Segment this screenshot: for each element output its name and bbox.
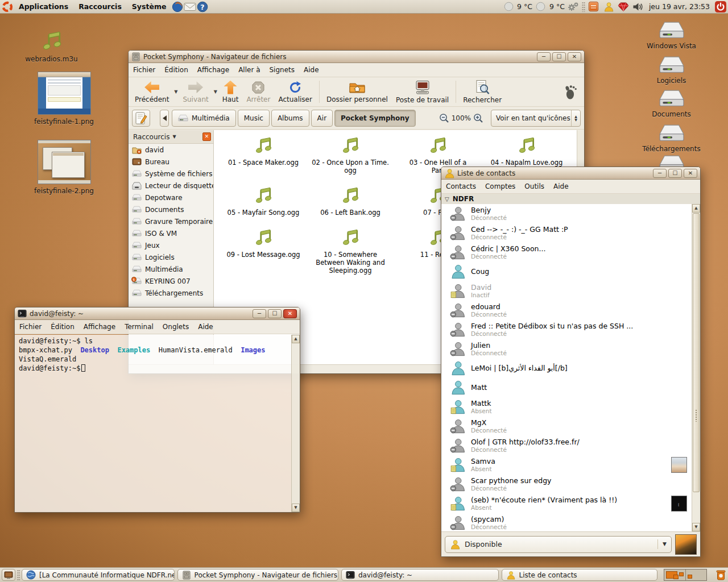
menu-contacts[interactable]: Contacts xyxy=(441,180,481,193)
menu-dition[interactable]: Édition xyxy=(46,320,79,334)
task-button-1[interactable]: [La Communauté Informatique NDFR.net... xyxy=(22,569,175,581)
maximize-button[interactable]: ☐ xyxy=(668,169,682,178)
firefox-icon[interactable] xyxy=(171,1,184,13)
menu-onglets[interactable]: Onglets xyxy=(158,320,193,334)
contact-row[interactable]: SamvaAbsent xyxy=(441,455,692,475)
contact-list-titlebar[interactable]: Liste de contacts ─ ☐ ✕ xyxy=(441,167,700,180)
workspace-1[interactable] xyxy=(664,569,686,580)
contact-row[interactable]: Olof | GTR http://olof33.free.fr/Déconne… xyxy=(441,436,692,455)
home-folder-button[interactable]: Dossier personnel xyxy=(322,78,392,105)
menu-terminal[interactable]: Terminal xyxy=(120,320,158,334)
contact-row[interactable]: LeMoi | [b]أبو الفداء الأثري[/b] xyxy=(441,359,692,378)
refresh-button[interactable]: Actualiser xyxy=(274,78,316,105)
workspace-switcher[interactable] xyxy=(664,569,707,581)
minimize-button[interactable]: ─ xyxy=(653,169,667,178)
volume-icon[interactable] xyxy=(632,1,644,13)
maximize-button[interactable]: ☐ xyxy=(268,309,282,318)
status-selector[interactable]: Disponible ▼ xyxy=(445,536,672,553)
workspace-2[interactable] xyxy=(686,569,707,580)
scroll-down-icon[interactable]: ▼ xyxy=(292,504,300,512)
menu-comptes[interactable]: Comptes xyxy=(481,180,520,193)
file-item[interactable]: 10 - Somewhere Between Waking and Sleepi… xyxy=(308,227,393,275)
maximize-button[interactable]: ☐ xyxy=(552,52,566,61)
weather-moon-icon-2[interactable] xyxy=(535,1,547,13)
edit-location-button[interactable] xyxy=(132,110,150,127)
menu-systeme[interactable]: Système xyxy=(127,1,172,12)
sidebar-item-depotware[interactable]: Depotware xyxy=(129,192,213,203)
contact-row[interactable]: BenjyDéconnecté xyxy=(441,204,692,223)
menu-raccourcis[interactable]: Raccourcis xyxy=(73,1,127,12)
menu-aller[interactable]: Aller à xyxy=(234,63,264,77)
sidebar-item-keyring-007[interactable]: kKEYRING 007 xyxy=(129,275,213,287)
contact-row[interactable]: Cédric | X360 Soon...Déconnecté xyxy=(441,243,692,262)
menu-fichier[interactable]: Fichier xyxy=(15,320,46,334)
sidebar-item-gravure-temporaire[interactable]: Gravure Temporaire xyxy=(129,215,213,227)
path-scroll-left-button[interactable] xyxy=(160,110,169,127)
arrow-up-button[interactable]: Haut xyxy=(218,78,243,105)
sidebar-item-logiciels[interactable]: Logiciels xyxy=(129,251,213,263)
sidebar-item-david[interactable]: david xyxy=(129,144,213,156)
sidebar-item-jeux[interactable]: Jeux xyxy=(129,239,213,251)
file-item[interactable]: 09 - Lost Message.ogg xyxy=(221,227,306,259)
close-button[interactable]: ✕ xyxy=(684,169,697,178)
menu-dition[interactable]: Édition xyxy=(160,63,193,77)
desktop-drive-logiciels[interactable]: Logiciels xyxy=(636,55,707,85)
menu-aide[interactable]: Aide xyxy=(299,63,324,77)
trash-icon[interactable] xyxy=(715,569,726,581)
desktop-icon-feistyfinale-1-png[interactable]: feistyfinale-1.png xyxy=(31,72,97,126)
menu-aide[interactable]: Aide xyxy=(549,180,573,193)
desktop-icon-webradios-m3u[interactable]: webradios.m3u xyxy=(22,28,81,64)
spin-arrows-icon[interactable]: ▲▼ xyxy=(571,110,580,126)
scroll-up-icon[interactable]: ▲ xyxy=(292,335,300,343)
contact-row[interactable]: edouardDéconnecté xyxy=(441,301,692,320)
close-button[interactable]: ✕ xyxy=(283,309,297,318)
sidebar-item-t-l-chargements[interactable]: Téléchargements xyxy=(129,287,213,299)
contact-list-scrollbar[interactable]: ▲ ▼ xyxy=(692,204,700,531)
contact-row[interactable]: (spycam)Déconnecté xyxy=(441,513,692,531)
dropdown-arrow-icon[interactable]: ▼ xyxy=(213,78,218,105)
view-mode-combo[interactable]: Voir en tant qu'icônes ▲▼ xyxy=(491,110,581,127)
expander-icon[interactable]: ▽ xyxy=(445,196,449,202)
scroll-up-icon[interactable]: ▲ xyxy=(692,204,700,213)
path-button-air[interactable]: Air xyxy=(311,110,333,127)
desktop-drive-windows-vista[interactable]: Windows Vista xyxy=(636,20,707,51)
contact-row[interactable]: Ced --> -_- :) -_- GG Matt :PDéconnecté xyxy=(441,223,692,243)
file-manager-titlebar[interactable]: Pocket Symphony - Navigateur de fichiers… xyxy=(129,51,584,63)
scrollbar-thumb[interactable] xyxy=(693,213,700,492)
sidebar-close-icon[interactable]: ✕ xyxy=(202,132,211,141)
minimize-button[interactable]: ─ xyxy=(253,309,266,318)
sidebar-item-documents[interactable]: Documents xyxy=(129,203,213,215)
sidebar-item-iso-vm[interactable]: ISO & VM xyxy=(129,227,213,239)
menu-aide[interactable]: Aide xyxy=(193,320,218,334)
contact-row[interactable]: Scar pythone sur edgyDéconnecté xyxy=(441,475,692,494)
terminal-output[interactable]: david@feisty:~$ ls bmpx-xchat.py Desktop… xyxy=(15,335,291,512)
sidebar-header[interactable]: Raccourcis ▼ ✕ xyxy=(129,130,213,144)
pidgin-status-icon[interactable] xyxy=(602,1,615,13)
contact-row[interactable]: (seb) *n'écoute rien* (Vraiment pas là !… xyxy=(441,494,692,513)
power-icon[interactable] xyxy=(714,1,727,13)
mail-icon[interactable] xyxy=(184,1,196,13)
desktop-drive-documents[interactable]: Documents xyxy=(636,89,707,119)
path-button-pocketsymphony[interactable]: Pocket Symphony xyxy=(334,110,416,127)
path-button-music[interactable]: Music xyxy=(238,110,270,127)
file-item[interactable]: 01 - Space Maker.ogg xyxy=(221,135,306,167)
menu-affichage[interactable]: Affichage xyxy=(193,63,234,77)
path-button-albums[interactable]: Albums xyxy=(271,110,309,127)
close-button[interactable]: ✕ xyxy=(568,52,581,61)
file-item[interactable]: 05 - Mayfair Song.ogg xyxy=(221,185,306,217)
task-button-2[interactable]: Pocket Symphony - Navigateur de fichiers xyxy=(177,569,338,581)
user-avatar[interactable] xyxy=(675,534,697,555)
show-desktop-button[interactable] xyxy=(2,569,15,581)
arrow-left-button[interactable]: Précédent xyxy=(131,78,173,105)
help-icon[interactable]: ? xyxy=(196,1,209,13)
contact-row[interactable]: Fred :: Petite Dédibox si tu n'as pas de… xyxy=(441,320,692,339)
menu-affichage[interactable]: Affichage xyxy=(79,320,120,334)
path-button-multimdia[interactable]: Multimédia xyxy=(172,110,236,127)
task-button-4[interactable]: Liste de contacts xyxy=(502,569,657,581)
weather-moon-icon[interactable] xyxy=(502,1,515,13)
dropdown-arrow-icon[interactable]: ▼ xyxy=(173,78,179,105)
bmpx-icon[interactable] xyxy=(588,1,600,13)
sidebar-item-bureau[interactable]: Bureau xyxy=(129,156,213,168)
contact-row[interactable]: Coug xyxy=(441,262,692,281)
contact-row[interactable]: DavidInactif xyxy=(441,281,692,301)
